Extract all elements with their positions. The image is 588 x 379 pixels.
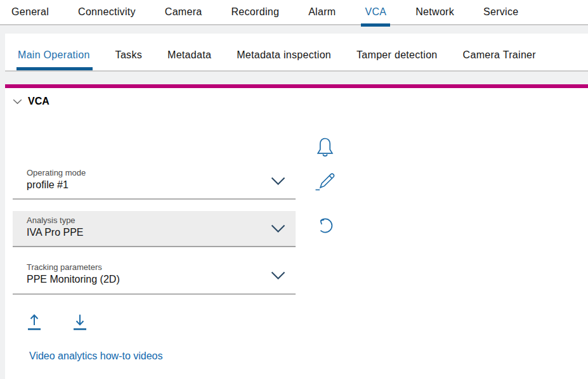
primary-tab-bar: General Connectivity Camera Recording Al… bbox=[0, 0, 588, 25]
tab-metadata[interactable]: Metadata bbox=[167, 40, 211, 70]
tab-tamper-detection[interactable]: Tamper detection bbox=[356, 40, 438, 70]
operating-mode-value: profile #1 bbox=[27, 179, 69, 191]
upload-icon[interactable] bbox=[26, 313, 42, 331]
tracking-parameters-dropdown[interactable]: Tracking parameters PPE Monitoring (2D) bbox=[13, 258, 296, 295]
tab-service[interactable]: Service bbox=[483, 0, 518, 24]
vca-section-toggle[interactable]: VCA bbox=[13, 96, 49, 107]
chevron-down-icon bbox=[271, 224, 285, 236]
tab-metadata-inspection[interactable]: Metadata inspection bbox=[237, 40, 331, 70]
tab-recording[interactable]: Recording bbox=[232, 0, 280, 24]
tab-camera-trainer[interactable]: Camera Trainer bbox=[463, 40, 536, 70]
tab-main-operation[interactable]: Main Operation bbox=[18, 40, 90, 70]
secondary-tab-bar: Main Operation Tasks Metadata Metadata i… bbox=[5, 34, 588, 72]
tab-vca[interactable]: VCA bbox=[365, 0, 386, 24]
tab-tasks[interactable]: Tasks bbox=[115, 40, 142, 70]
tracking-parameters-label: Tracking parameters bbox=[27, 262, 102, 272]
tab-alarm[interactable]: Alarm bbox=[308, 0, 336, 24]
video-analytics-howto-link[interactable]: Video analytics how-to videos bbox=[29, 350, 163, 362]
edit-pencil-icon[interactable] bbox=[314, 171, 336, 191]
analysis-type-value: IVA Pro PPE bbox=[27, 227, 84, 238]
analysis-type-label: Analysis type bbox=[27, 215, 75, 225]
undo-arrow-icon[interactable] bbox=[315, 215, 335, 236]
section-title: VCA bbox=[28, 96, 49, 107]
download-icon[interactable] bbox=[72, 313, 88, 331]
tracking-parameters-value: PPE Monitoring (2D) bbox=[27, 274, 120, 285]
analysis-type-dropdown[interactable]: Analysis type IVA Pro PPE bbox=[13, 211, 296, 247]
tab-camera[interactable]: Camera bbox=[165, 0, 202, 24]
operating-mode-dropdown[interactable]: Operating mode profile #1 bbox=[13, 164, 296, 200]
main-operation-panel: VCA Operating mode profile #1 Analysis t… bbox=[5, 88, 588, 379]
tab-general[interactable]: General bbox=[11, 0, 49, 24]
chevron-down-icon bbox=[271, 177, 285, 188]
vca-settings-page: General Connectivity Camera Recording Al… bbox=[0, 0, 588, 379]
chevron-down-icon bbox=[271, 271, 285, 283]
operating-mode-label: Operating mode bbox=[27, 168, 86, 177]
tab-connectivity[interactable]: Connectivity bbox=[78, 0, 136, 24]
tab-network[interactable]: Network bbox=[415, 0, 454, 24]
collapse-chevron-icon bbox=[13, 96, 22, 107]
alarm-bell-icon[interactable] bbox=[315, 136, 335, 158]
